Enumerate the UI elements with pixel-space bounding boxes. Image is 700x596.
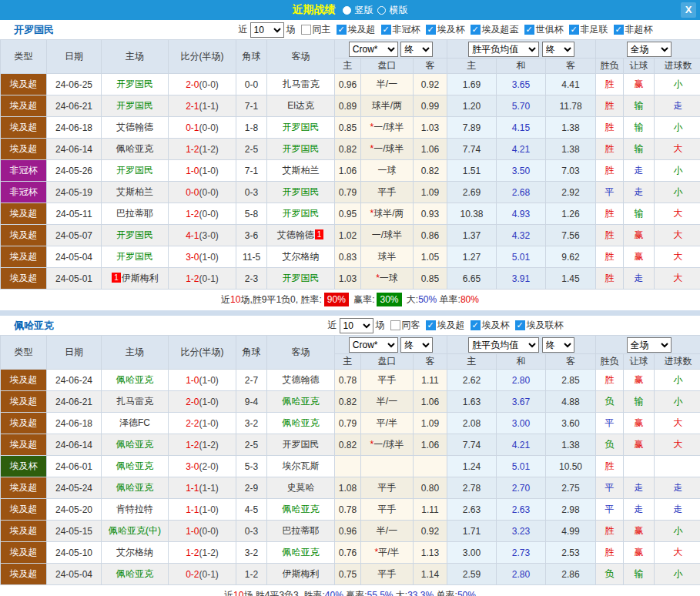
league-checkbox[interactable]: ✓ (471, 25, 481, 35)
final-odds-select[interactable]: 终 (400, 337, 433, 353)
away-team-name: 艾德翰德 (277, 229, 314, 240)
away-team-name: 开罗国民 (283, 122, 320, 132)
vertical-radio-label[interactable]: 竖版 (355, 4, 373, 17)
summary-segment: 近 (221, 294, 230, 305)
odds-away: 1.13 (414, 542, 447, 564)
league-checkbox[interactable]: ✓ (515, 320, 525, 330)
recent-count-select[interactable]: 10 (340, 318, 373, 333)
match-type: 埃及超 (1, 225, 47, 246)
home-team: 扎马雷克 (102, 391, 169, 413)
odds-away: 1.11 (414, 499, 447, 521)
result-outcome: 平 (596, 499, 624, 521)
final-avg-select[interactable]: 终 (542, 337, 574, 353)
close-button[interactable]: X (681, 2, 696, 18)
recent-count-select[interactable]: 10 (250, 22, 284, 38)
league-checkbox[interactable]: ✓ (569, 25, 579, 35)
result-handicap: 走 (624, 182, 655, 203)
handicap: *球半/两 (361, 203, 414, 225)
final-avg-select[interactable]: 终 (542, 42, 574, 57)
home-team: 开罗国民 (102, 160, 169, 182)
match-date: 24-06-25 (47, 74, 102, 95)
avg-draw: 3.50 (497, 160, 546, 182)
summary-segment: 10 (233, 590, 243, 596)
match-type: 埃及超 (1, 413, 47, 434)
games-label: 场 (286, 23, 296, 36)
avg-header-cell: 胜平负均值 终 (447, 40, 596, 59)
table-row: 埃及超24-06-18泽德FC2-2(1-0)3-2佩哈亚克0.79平/半1.0… (1, 413, 700, 434)
odds-home: 0.75 (335, 564, 361, 585)
home-team: 开罗国民 (102, 225, 169, 246)
fullmatch-select[interactable]: 全场 (627, 337, 672, 353)
section-header-away-team: 佩哈亚克 近10场同客✓埃及超✓埃及杯✓埃及联杯 (0, 316, 700, 335)
result-goals: 走 (655, 95, 700, 117)
odds-company-select[interactable]: Crow* (349, 337, 398, 353)
summary-segment: 大: (404, 294, 419, 305)
result-goals: 走 (655, 499, 700, 521)
result-goals: 大 (655, 268, 700, 290)
handicap-text: 球半/两 (372, 100, 402, 111)
odds-company-select[interactable]: Crow* (349, 42, 398, 57)
handicap (361, 456, 414, 477)
corner-score: 1-2 (236, 564, 267, 585)
match-type: 埃及超 (1, 74, 47, 95)
league-checkbox[interactable]: ✓ (426, 320, 436, 330)
handicap-text: 一/球半 (372, 229, 402, 240)
league-checkbox[interactable]: ✓ (381, 25, 391, 35)
col-corner: 角球 (236, 336, 267, 370)
avg-home: 1.51 (447, 160, 497, 182)
league-label: 埃及联杯 (527, 319, 564, 332)
match-score: 0-1(0-0) (169, 117, 236, 139)
result-handicap: 赢 (624, 74, 655, 95)
result-outcome: 胜 (596, 542, 624, 564)
avg-home: 1.37 (447, 225, 497, 246)
league-checkbox[interactable]: ✓ (471, 320, 481, 330)
away-team: 开罗国民 (267, 117, 335, 139)
league-label: 非超杯 (625, 23, 653, 36)
match-type: 埃及超 (1, 246, 47, 268)
full-time-score: 1-0 (186, 375, 199, 386)
result-handicap: 赢 (624, 370, 655, 391)
away-team-name: 佩哈亚克 (283, 547, 320, 557)
avg-select[interactable]: 胜平负均值 (468, 337, 539, 353)
summary-segment: 单率: (437, 294, 461, 305)
league-checkbox[interactable]: ✓ (337, 25, 347, 35)
full-time-score: 3-0 (186, 461, 199, 472)
same-venue-checkbox[interactable] (301, 25, 311, 35)
away-team: 开罗国民 (267, 434, 335, 456)
odds-home: 0.96 (335, 74, 361, 95)
vertical-radio[interactable] (343, 6, 351, 15)
half-time-score: (0-0) (199, 79, 219, 90)
home-team-name: 开罗国民 (116, 79, 153, 89)
away-team-name: 艾斯柏兰 (283, 165, 320, 176)
match-type: 埃及超 (1, 434, 47, 456)
same-venue-checkbox[interactable] (390, 320, 400, 330)
handicap: 平手 (361, 370, 414, 391)
full-time-score: 2-0 (186, 397, 199, 407)
result-outcome: 胜 (596, 225, 624, 246)
col-type: 类型 (1, 40, 47, 74)
horizontal-radio-label[interactable]: 横版 (390, 4, 408, 17)
odds-away: 0.92 (414, 74, 447, 95)
result-handicap: 走 (624, 499, 655, 521)
handicap-text: 一/球半 (373, 439, 404, 450)
table-row: 埃及超24-05-11巴拉蒂耶1-2(0-0)5-8开罗国民0.95*球半/两0… (1, 203, 700, 225)
result-outcome: 平 (596, 413, 624, 434)
full-time-score: 1-0 (186, 166, 199, 176)
league-checkbox[interactable]: ✓ (524, 25, 534, 35)
horizontal-radio[interactable] (377, 6, 386, 15)
league-checkbox[interactable]: ✓ (426, 25, 436, 35)
league-checkbox[interactable]: ✓ (614, 25, 624, 35)
summary-segment: 10 (230, 294, 240, 305)
fullmatch-select[interactable]: 全场 (627, 42, 672, 57)
summary-segment: 大: (394, 590, 408, 596)
avg-away: 7.03 (546, 160, 596, 182)
full-time-score: 1-2 (186, 144, 199, 155)
match-type: 埃及超 (1, 391, 47, 413)
final-odds-select[interactable]: 终 (400, 42, 433, 57)
same-venue-label: 同客 (402, 319, 420, 332)
odds-home: 1.08 (335, 477, 361, 499)
home-team: 肯特拉特 (102, 499, 169, 521)
table-row: 埃及超24-05-011伊斯梅利1-2(0-1)2-3开罗国民1.03*一球0.… (1, 268, 700, 290)
match-type: 非冠杯 (1, 182, 47, 203)
avg-select[interactable]: 胜平负均值 (468, 42, 539, 57)
